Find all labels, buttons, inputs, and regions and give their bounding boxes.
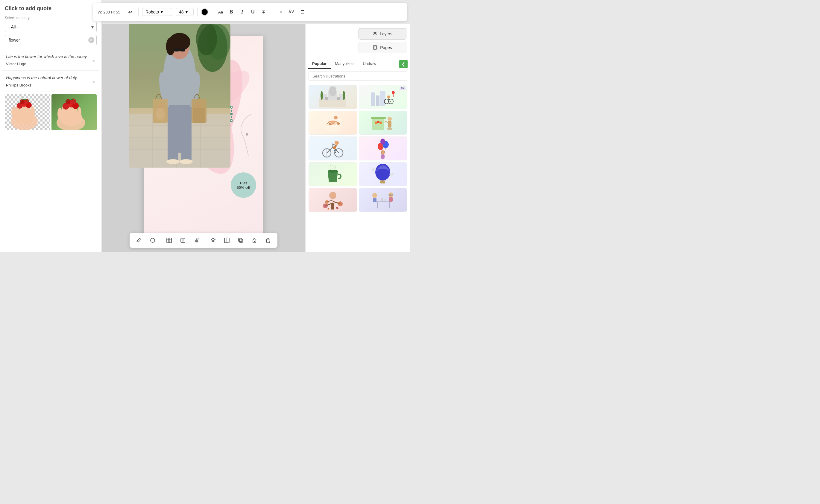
svg-point-125 [380,139,385,145]
badge-line1: Flat [240,181,247,185]
svg-point-138 [329,192,336,199]
font-name: Roboto [145,10,159,14]
person-balloons-svg [369,138,396,159]
panel-buttons-group: Layers Pages [306,24,410,56]
divider-1 [138,7,139,16]
image-item-0[interactable] [5,94,50,130]
font-size-selector[interactable]: 48 ▾ [176,8,194,16]
strikethrough-button[interactable]: T̶ [259,7,268,17]
svg-rect-53 [180,48,185,51]
quote-text-1: Happiness is the natural flower of duty. [6,75,95,81]
main-content: End Of [102,24,410,252]
quote-author-0: Victor Hugo [6,62,95,66]
svg-rect-147 [389,197,393,202]
illus-item-8[interactable] [309,188,357,212]
svg-point-62 [156,108,165,120]
pencil-tool-button[interactable] [133,235,145,246]
delete-tool-button[interactable] [262,235,274,246]
svg-point-48 [180,159,193,164]
tab-popular[interactable]: Popular [308,59,331,69]
underline-button[interactable]: U [248,7,258,17]
panel-title[interactable]: Click to add quote [0,0,101,15]
svg-point-137 [325,200,329,204]
svg-point-136 [338,201,343,206]
tab-undraw[interactable]: Undraw [359,59,380,69]
duplicate-tool-button[interactable] [235,235,246,246]
illus-item-4[interactable] [309,136,357,160]
svg-point-98 [334,116,338,119]
aa-button[interactable]: Aa [216,7,225,17]
illus-item-9[interactable] [359,188,407,212]
category-select-wrapper: - All - Inspirational Love Nature Motiva… [5,22,97,32]
quotes-list: Life is the flower for which love is the… [0,49,101,242]
delete-icon [265,238,271,243]
image-item-1[interactable] [51,94,97,130]
undo-button[interactable]: ↩ [125,7,135,17]
line-height-button[interactable]: ☰ [297,7,307,17]
svg-rect-143 [389,202,390,208]
people-table-svg [369,189,396,210]
svg-rect-52 [174,48,179,51]
layers-tool-button[interactable] [207,235,219,246]
photo-panel [126,24,233,174]
quote-author-1: Phillips Brooks [6,83,95,87]
svg-rect-142 [377,202,378,208]
clear-search-button[interactable]: ✕ [88,37,94,43]
svg-point-89 [343,91,345,100]
svg-point-106 [375,122,377,124]
illus-item-2[interactable] [309,111,357,135]
svg-point-133 [389,173,394,176]
svg-rect-105 [371,117,386,119]
svg-rect-92 [380,91,385,106]
font-chevron-icon: ▾ [161,10,163,14]
font-selector[interactable]: Roboto ▾ [142,8,172,16]
svg-rect-75 [239,238,242,242]
svg-point-93 [387,95,390,98]
category-dropdown[interactable]: - All - Inspirational Love Nature Motiva… [5,22,97,32]
grid-tool-button[interactable] [163,235,175,246]
layers-icon [210,238,216,243]
svg-point-127 [328,170,338,173]
category-label: Select category [0,15,101,21]
quote-item-0[interactable]: Life is the flower for which love is the… [2,49,99,71]
illus-item-7[interactable] [359,162,407,186]
layers-btn-label: Layers [380,31,392,36]
layers-button[interactable]: Layers [359,28,406,40]
search-input[interactable] [5,35,97,45]
quote-item-1[interactable]: Happiness is the natural flower of duty.… [2,71,99,92]
coffee-svg [319,164,346,185]
illus-item-3[interactable] [359,111,407,135]
svg-point-107 [377,121,379,123]
square-tool-button[interactable] [177,235,189,246]
illus-item-5[interactable] [359,136,407,160]
illus-item-6[interactable] [309,162,357,186]
collapse-panel-button[interactable]: ❮ [399,60,408,68]
illus-item-1[interactable]: 1K [359,85,407,109]
svg-rect-70 [182,239,184,242]
align-center-button[interactable]: ≡ [276,7,286,17]
svg-point-108 [379,122,382,124]
bold-button[interactable]: B [227,7,236,17]
fill-tool-button[interactable] [191,235,202,246]
lock-tool-button[interactable] [249,235,260,246]
circle-tool-button[interactable] [147,235,158,246]
market-svg [369,112,396,133]
char-spacing-button[interactable]: AV [287,7,296,17]
svg-point-14 [57,108,62,120]
svg-rect-134 [331,203,334,210]
illus-item-0[interactable] [309,85,357,109]
divider-3 [212,7,212,16]
tab-manypixels[interactable]: Manypixels [331,59,359,69]
quote-mark-1: " [93,80,95,87]
pages-button[interactable]: Pages [359,42,406,53]
text-color-picker[interactable] [201,8,208,16]
svg-point-47 [166,159,180,164]
italic-button[interactable]: I [237,7,247,17]
svg-point-135 [323,204,328,208]
split-tool-button[interactable] [221,235,233,246]
svg-point-96 [392,91,395,94]
image-grid [2,92,99,133]
hot-air-balloon-svg [369,164,396,185]
svg-rect-129 [380,180,385,183]
illus-search-input[interactable] [309,72,407,81]
